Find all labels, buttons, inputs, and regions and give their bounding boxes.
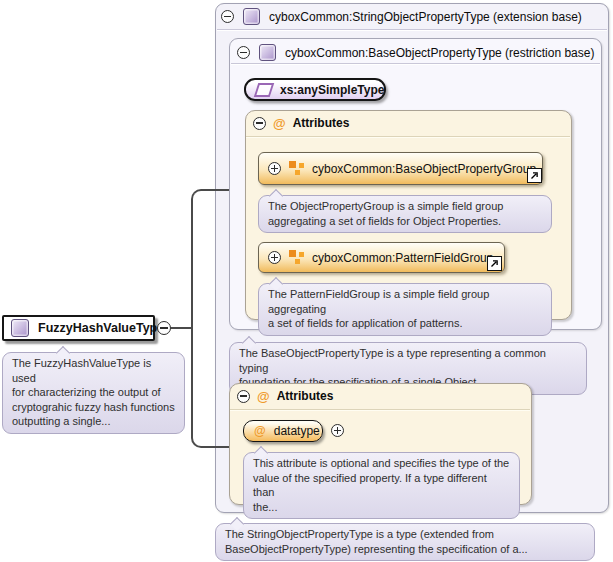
divider xyxy=(231,63,600,65)
attribute-group-icon xyxy=(289,161,304,176)
base-object-property-group-box[interactable]: cyboxCommon:BaseObjectPropertyGroup xyxy=(258,152,543,185)
attributes-label: Attributes xyxy=(293,116,350,130)
collapse-icon[interactable] xyxy=(237,390,250,403)
goto-definition-icon[interactable] xyxy=(487,256,502,271)
divider xyxy=(230,409,530,411)
element-label: FuzzyHashValueType xyxy=(38,321,164,335)
simple-type-icon xyxy=(254,83,275,97)
attribute-at-icon: @ xyxy=(257,390,270,403)
goto-definition-icon[interactable] xyxy=(527,168,542,183)
attribute-at-icon: @ xyxy=(254,425,266,437)
group-label: cyboxCommon:BaseObjectPropertyGroup xyxy=(312,162,536,176)
attribute-group-icon xyxy=(289,250,304,265)
collapse-icon[interactable] xyxy=(221,10,234,23)
attributes-label: Attributes xyxy=(277,389,334,403)
inner-type-header: cyboxCommon:BaseObjectPropertyType (rest… xyxy=(237,44,594,61)
attributes-header-2: @ Attributes xyxy=(237,389,333,403)
expand-icon[interactable] xyxy=(268,251,281,264)
expand-icon[interactable] xyxy=(268,162,281,175)
divider xyxy=(246,136,570,138)
element-doc-tooltip: The FuzzyHashValueType is used for chara… xyxy=(2,352,185,434)
group-doc-tooltip: The PatternFieldGroup is a simple field … xyxy=(258,283,552,336)
attribute-label: datatype xyxy=(274,424,320,438)
fuzzy-hash-value-type-box[interactable]: FuzzyHashValueType xyxy=(2,315,155,341)
expand-icon[interactable] xyxy=(331,424,344,437)
divider xyxy=(217,29,607,31)
outer-type-label: cyboxCommon:StringObjectPropertyType (ex… xyxy=(269,10,582,24)
datatype-attribute-pill[interactable]: @ datatype xyxy=(243,420,323,442)
inner-type-label: cyboxCommon:BaseObjectPropertyType (rest… xyxy=(285,46,594,60)
complex-type-icon xyxy=(11,319,29,337)
any-simple-type-pill[interactable]: xs:anySimpleType xyxy=(244,78,386,101)
schema-diagram: cyboxCommon:StringObjectPropertyType (ex… xyxy=(0,0,613,562)
attributes-header-1: @ Attributes xyxy=(253,116,349,130)
pattern-field-group-box[interactable]: cyboxCommon:PatternFieldGroup xyxy=(258,242,505,273)
group-doc-tooltip: The ObjectPropertyGroup is a simple fiel… xyxy=(258,195,552,233)
attribute-at-icon: @ xyxy=(273,117,286,130)
group-label: cyboxCommon:PatternFieldGroup xyxy=(312,251,493,265)
collapse-icon[interactable] xyxy=(237,46,250,59)
connector-line xyxy=(171,327,192,329)
complex-type-icon xyxy=(259,44,276,61)
complex-type-icon xyxy=(243,8,260,25)
string-type-doc-tooltip: The StringObjectPropertyType is a type (… xyxy=(215,523,595,561)
outer-type-header: cyboxCommon:StringObjectPropertyType (ex… xyxy=(221,8,582,25)
collapse-icon[interactable] xyxy=(253,117,266,130)
datatype-doc-tooltip: This attribute is optional and specifies… xyxy=(243,452,520,519)
collapse-icon[interactable] xyxy=(157,321,171,335)
simple-type-label: xs:anySimpleType xyxy=(280,83,384,97)
